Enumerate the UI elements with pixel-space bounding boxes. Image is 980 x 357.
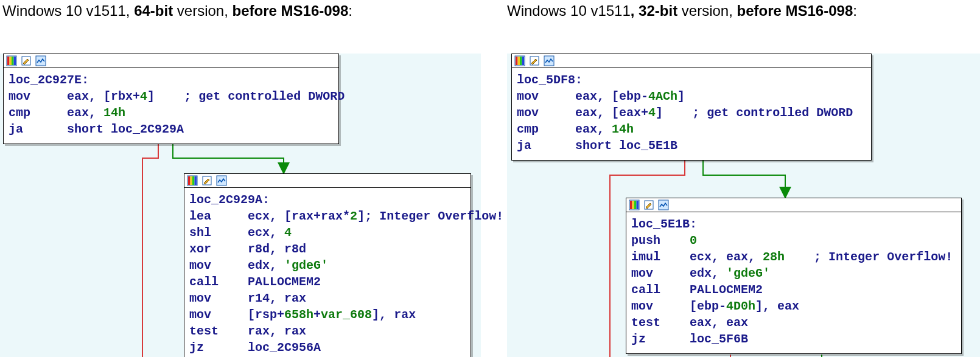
node-left-top[interactable]: loc_2C927E: mov eax, [rbx+4] ; get contr… [3,54,339,144]
svg-rect-11 [195,176,197,185]
heading-right-ms: before MS16-098 [737,2,853,19]
svg-rect-9 [191,176,193,185]
svg-rect-24 [634,201,637,209]
svg-rect-18 [522,57,525,65]
heading-right-mid: version, [677,2,737,19]
code-block: loc_5E1B: push 0 imul ecx, eax, 28h ; In… [626,212,961,353]
node-toolbar [626,198,961,212]
group-icon[interactable] [216,175,227,186]
svg-rect-17 [520,57,522,65]
palette-icon[interactable] [6,55,17,66]
edit-icon[interactable] [643,199,654,210]
group-icon[interactable] [658,199,669,210]
svg-rect-15 [516,57,518,65]
palette-icon[interactable] [187,175,198,186]
group-icon[interactable] [35,55,46,66]
group-icon[interactable] [544,55,555,66]
code-block: loc_5DF8: mov eax, [ebp-4ACh] mov eax, [… [512,68,871,160]
svg-rect-16 [518,57,520,65]
node-toolbar [184,174,471,188]
node-right-bottom[interactable]: loc_5E1B: push 0 imul ecx, eax, 28h ; In… [626,198,962,354]
svg-rect-10 [192,176,195,185]
heading-right-bits: , 32-bit [631,2,677,19]
palette-icon[interactable] [514,55,525,66]
svg-rect-2 [10,57,12,65]
node-toolbar [4,54,338,68]
heading-left-suffix: : [348,2,352,19]
heading-left: Windows 10 v1511, 64-bit version, before… [2,2,352,19]
edit-icon[interactable] [201,175,212,186]
edit-icon[interactable] [529,55,540,66]
heading-left-mid: version, [173,2,232,19]
svg-rect-1 [7,57,10,65]
svg-rect-23 [632,201,635,209]
palette-icon[interactable] [629,199,640,210]
code-block: loc_2C929A: lea ecx, [rax+rax*2]; Intege… [184,188,471,357]
edit-icon[interactable] [21,55,32,66]
heading-left-ms: before MS16-098 [233,2,349,19]
node-left-bottom[interactable]: loc_2C929A: lea ecx, [rax+rax*2]; Intege… [184,173,471,357]
node-right-top[interactable]: loc_5DF8: mov eax, [ebp-4ACh] mov eax, [… [511,54,872,161]
svg-rect-4 [14,57,16,65]
heading-left-bits: 64-bit [134,2,173,19]
svg-rect-8 [188,176,191,185]
heading-left-prefix: Windows 10 v1511, [2,2,134,19]
svg-rect-22 [630,201,632,209]
node-toolbar [512,54,871,68]
heading-right: Windows 10 v1511, 32-bit version, before… [507,2,857,19]
svg-rect-25 [637,201,639,209]
svg-rect-3 [12,57,14,65]
code-block: loc_2C927E: mov eax, [rbx+4] ; get contr… [4,68,338,144]
heading-right-suffix: : [853,2,857,19]
heading-right-prefix: Windows 10 v1511 [507,2,631,19]
